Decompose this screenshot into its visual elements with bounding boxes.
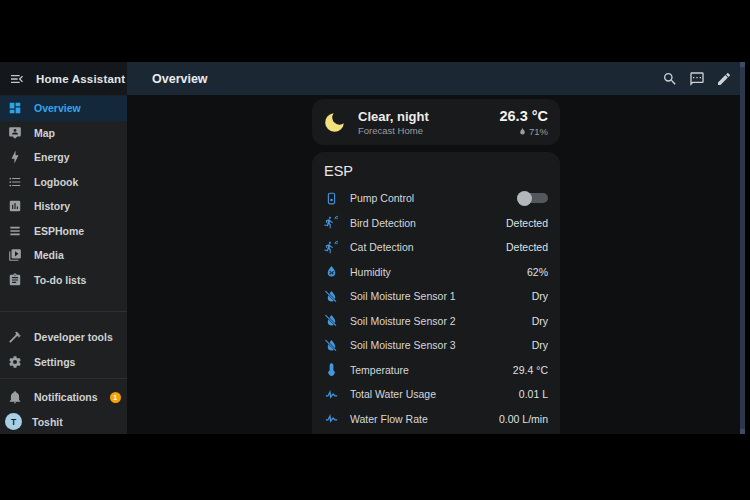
entity-row[interactable]: Soil Moisture Sensor 2 Dry [324, 309, 548, 334]
weather-temperature: 26.3 °C [499, 108, 548, 124]
avatar: T [5, 413, 22, 430]
top-bar: Overview [127, 62, 745, 95]
entity-row[interactable]: Cat Detection Detected [324, 235, 548, 260]
sidebar-item[interactable]: Overview [0, 96, 127, 121]
search-button[interactable] [662, 71, 678, 87]
entity-value: Dry [532, 290, 548, 302]
assist-button[interactable] [689, 71, 705, 87]
entity-name: Cat Detection [350, 241, 414, 253]
scrollbar-thumb[interactable] [740, 67, 745, 429]
entities-card: ESP Pump Control [312, 152, 560, 434]
entity-name: Temperature [350, 364, 409, 376]
motion-sensor-icon [324, 240, 339, 255]
entity-rows: Pump Control Bi [324, 186, 548, 431]
entity-row[interactable]: Soil Moisture Sensor 3 Dry [324, 333, 548, 358]
weather-humidity: 71% [499, 126, 548, 137]
entity-value: Detected [506, 241, 548, 253]
sidebar-item-label: Media [34, 249, 64, 261]
divider [0, 378, 127, 379]
water-percent-icon [324, 264, 339, 279]
sidebar-item[interactable]: Media [0, 243, 127, 268]
sidebar-item-label: ESPHome [34, 225, 84, 237]
home-assistant-window: Home Assistant Overview Map [0, 62, 745, 434]
entity-value: 29.4 °C [513, 364, 548, 376]
entity-row[interactable]: Pump Control [324, 186, 548, 211]
format-list-bulleted-icon [8, 175, 22, 189]
weather-night-icon [322, 110, 347, 135]
entity-name: Total Water Usage [350, 388, 436, 400]
notification-badge: 1 [110, 392, 121, 403]
sidebar-item-label: Overview [34, 102, 81, 114]
motion-sensor-icon [324, 215, 339, 230]
edit-dashboard-button[interactable] [716, 71, 732, 87]
entity-name: Soil Moisture Sensor 2 [350, 315, 456, 327]
weather-readings: 26.3 °C 71% [499, 107, 548, 137]
tooltip-account-icon [8, 126, 22, 140]
sidebar-item[interactable]: Map [0, 121, 127, 146]
sidebar-item[interactable]: History [0, 194, 127, 219]
sidebar-item-label: Settings [34, 356, 75, 368]
sidebar-item-label: Energy [34, 151, 70, 163]
top-bar-actions [662, 71, 732, 87]
entity-value: 62% [527, 266, 548, 278]
scrollbar [740, 62, 745, 434]
entity-row[interactable]: Humidity 62% [324, 260, 548, 285]
sidebar-item[interactable]: ESPHome [0, 219, 127, 244]
sidebar-spacer [0, 292, 127, 302]
weather-humidity-value: 71% [529, 126, 548, 137]
water-off-icon [324, 338, 339, 353]
entity-row[interactable]: Soil Moisture Sensor 1 Dry [324, 284, 548, 309]
entity-name: Pump Control [350, 192, 414, 204]
scroll-down-arrow[interactable] [740, 429, 745, 434]
screen: Home Assistant Overview Map [0, 0, 750, 500]
weather-subtitle: Forecast Home [358, 125, 429, 136]
toggle-switch[interactable] [517, 191, 548, 206]
sidebar-item[interactable]: Logbook [0, 170, 127, 195]
pump-icon [324, 191, 339, 206]
thermometer-icon [324, 362, 339, 377]
view-dashboard-icon [8, 101, 22, 115]
water-off-icon [324, 289, 339, 304]
entity-value: Detected [506, 217, 548, 229]
layers-icon [8, 224, 22, 238]
pulse-icon [324, 411, 339, 426]
sidebar-item-notifications[interactable]: Notifications 1 [0, 385, 127, 410]
entity-row[interactable]: Bird Detection Detected [324, 211, 548, 236]
sidebar-item[interactable]: Energy [0, 145, 127, 170]
notifications-label: Notifications [34, 391, 98, 403]
entity-row[interactable]: Total Water Usage 0.01 L [324, 382, 548, 407]
entity-value: Dry [532, 315, 548, 327]
entity-value: 0.01 L [519, 388, 548, 400]
sidebar-item[interactable]: To-do lists [0, 268, 127, 293]
sidebar-bottom-nav: Developer tools Settings [0, 325, 127, 374]
clipboard-list-icon [8, 273, 22, 287]
entity-row[interactable]: Temperature 29.4 °C [324, 358, 548, 383]
main-area: Overview Clear, night Forecast Home [127, 62, 745, 434]
entity-name: Bird Detection [350, 217, 416, 229]
menu-open-icon[interactable] [9, 71, 25, 87]
chart-box-icon [8, 199, 22, 213]
sidebar-item[interactable]: Developer tools [0, 325, 127, 350]
sidebar-item[interactable]: Settings [0, 350, 127, 375]
weather-condition: Clear, night [358, 109, 429, 124]
user-name: Toshit [32, 416, 63, 428]
sidebar-item-label: To-do lists [34, 274, 86, 286]
card-title: ESP [324, 160, 548, 182]
cog-icon [8, 355, 22, 369]
entity-name: Soil Moisture Sensor 3 [350, 339, 456, 351]
entity-value: 0.00 L/min [499, 413, 548, 425]
play-box-multiple-icon [8, 248, 22, 262]
sidebar-item-label: History [34, 200, 70, 212]
sidebar-item-label: Map [34, 127, 55, 139]
sidebar-item-user-profile[interactable]: T Toshit [0, 410, 127, 435]
app-title: Home Assistant [36, 73, 125, 85]
weather-card[interactable]: Clear, night Forecast Home 26.3 °C 71% [312, 99, 560, 145]
water-off-icon [324, 313, 339, 328]
water-icon [518, 127, 527, 136]
page-title: Overview [152, 72, 208, 86]
sidebar-item-label: Developer tools [34, 331, 113, 343]
sidebar-nav: Overview Map Energy Logbook [0, 95, 127, 292]
sidebar-header: Home Assistant [0, 62, 127, 95]
pulse-icon [324, 387, 339, 402]
entity-row[interactable]: Water Flow Rate 0.00 L/min [324, 407, 548, 432]
